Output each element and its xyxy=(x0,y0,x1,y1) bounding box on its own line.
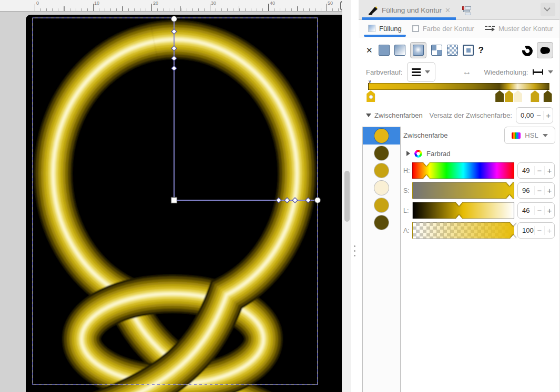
expander-open-icon[interactable] xyxy=(366,114,371,117)
tab-fill[interactable]: Füllung xyxy=(363,20,407,37)
lightness-spinbox[interactable]: 46 − + xyxy=(517,202,555,219)
lightness-slider[interactable] xyxy=(412,202,514,219)
gradient-stop-marker[interactable] xyxy=(544,90,552,102)
dialog-menu-button[interactable] xyxy=(541,3,555,16)
fill-rule-nonzero-button-selected[interactable] xyxy=(537,42,553,58)
hue-spinbox[interactable]: 49 − + xyxy=(517,162,555,179)
gradient-preview-bar[interactable] xyxy=(368,83,549,90)
inkscape-window: 0 10 20 30 40 50 1 Füllung und Kontur xyxy=(0,0,560,392)
saturation-decrement-button[interactable]: − xyxy=(534,186,544,195)
fill-gradient-icon xyxy=(368,25,375,32)
flat-color-button[interactable] xyxy=(379,45,390,56)
stop-list-item[interactable] xyxy=(363,145,400,162)
repeat-none-icon[interactable] xyxy=(533,69,542,75)
close-icon[interactable]: ✕ xyxy=(445,6,451,14)
hue-slider-row: H: 49 − + xyxy=(403,162,555,179)
fill-rule-evenodd-icon[interactable] xyxy=(521,44,534,57)
alpha-label: A: xyxy=(403,227,412,234)
selected-stop-pointer: ∨ xyxy=(368,79,372,84)
stop-list-item[interactable] xyxy=(363,179,400,197)
tab-objects[interactable] xyxy=(456,4,477,17)
panel-splitter[interactable] xyxy=(351,0,359,392)
gradient-select-button[interactable] xyxy=(407,62,435,82)
colorspace-dropdown[interactable]: HSL xyxy=(504,127,555,144)
alpha-decrement-button[interactable]: − xyxy=(534,226,544,235)
fill-rule-nonzero-icon xyxy=(539,45,551,56)
colorspace-value: HSL xyxy=(525,131,538,139)
pattern-button[interactable] xyxy=(431,45,442,56)
stop-list-item[interactable] xyxy=(363,214,400,231)
canvas-vertical-scrollbar[interactable] xyxy=(342,0,351,392)
gradient-stop-marker[interactable] xyxy=(514,90,522,102)
stroke-style-icon xyxy=(485,25,495,32)
lightness-slider-row: L: 46 − + xyxy=(403,202,555,219)
fill-rule-group xyxy=(521,42,553,58)
hue-slider[interactable] xyxy=(412,162,514,179)
gradient-radius-handle-top[interactable] xyxy=(171,16,177,22)
saturation-increment-button[interactable]: + xyxy=(544,186,554,195)
ruler-number: 20 xyxy=(153,1,158,6)
offset-increment-button[interactable]: + xyxy=(543,111,553,120)
unknown-paint-button[interactable] xyxy=(463,45,474,56)
stroke-paint-icon xyxy=(412,25,419,32)
tab-stroke-style[interactable]: Muster der Kontur xyxy=(480,20,558,37)
repeat-dropdown-arrow-icon[interactable] xyxy=(548,70,553,74)
offset-spinbox[interactable]: 0,00 − + xyxy=(516,107,553,123)
canvas-area[interactable]: 0 10 20 30 40 50 1 xyxy=(0,0,342,392)
stops-expander-label[interactable]: Zwischenfarben xyxy=(374,111,423,119)
saturation-value[interactable]: 96 xyxy=(518,187,534,194)
gradient-radius-handle-right[interactable] xyxy=(315,198,321,203)
linear-gradient-button[interactable] xyxy=(394,45,405,56)
offset-decrement-button[interactable]: − xyxy=(534,111,543,120)
tab-fill-and-stroke[interactable]: Füllung und Kontur ✕ xyxy=(362,0,456,20)
stop-list-item-selected[interactable] xyxy=(363,127,400,145)
gradient-stop-marker[interactable] xyxy=(505,90,513,102)
offset-value[interactable]: 0,00 xyxy=(516,111,534,119)
alpha-value[interactable]: 100 xyxy=(518,226,534,234)
hue-value[interactable]: 49 xyxy=(518,167,534,174)
hue-decrement-button[interactable]: − xyxy=(534,166,544,175)
paint-type-row: ✕ ? xyxy=(359,37,559,60)
alpha-increment-button-disabled: + xyxy=(544,226,554,235)
radial-gradient-icon xyxy=(413,45,424,56)
no-paint-button[interactable]: ✕ xyxy=(366,46,373,55)
stop-color-swatch xyxy=(374,163,389,178)
paint-tabs: Füllung Farbe der Kontur Muster der Kont… xyxy=(359,20,559,37)
lightness-decrement-button[interactable]: − xyxy=(534,206,544,215)
gradient-stop-list[interactable] xyxy=(362,127,401,392)
dialog-title: Füllung und Kontur xyxy=(382,6,442,14)
stop-color-swatch xyxy=(374,215,389,230)
stop-list-item[interactable] xyxy=(363,162,400,179)
swatch-button[interactable] xyxy=(447,45,458,56)
drawing-canvas[interactable] xyxy=(0,12,342,392)
saturation-spinbox[interactable]: 96 − + xyxy=(517,182,555,199)
saturation-slider[interactable] xyxy=(412,182,514,199)
gradient-center-handle[interactable] xyxy=(171,198,177,203)
hue-increment-button[interactable]: + xyxy=(544,166,554,175)
dropdown-arrow-icon xyxy=(425,70,430,74)
expander-closed-icon[interactable] xyxy=(406,151,410,156)
scrollbar-thumb[interactable] xyxy=(344,171,350,222)
gradient-stop-marker[interactable] xyxy=(495,90,504,102)
reverse-gradient-icon[interactable]: ↔ xyxy=(463,67,472,77)
alpha-spinbox[interactable]: 100 − + xyxy=(517,222,555,239)
lightness-increment-button[interactable]: + xyxy=(544,206,554,215)
colorspace-icon xyxy=(512,132,521,139)
stop-color-swatch xyxy=(374,129,389,143)
saturation-label: S: xyxy=(403,187,412,194)
stop-list-item[interactable] xyxy=(363,197,400,214)
gradient-stop-marker[interactable] xyxy=(531,90,539,102)
radial-gradient-button-selected[interactable] xyxy=(410,42,426,58)
gradient-label: Farbverlauf: xyxy=(366,68,402,76)
ruler-number: 50 xyxy=(328,1,333,6)
lightness-value[interactable]: 46 xyxy=(518,207,534,214)
unknown-button[interactable]: ? xyxy=(478,45,484,56)
color-wheel-label[interactable]: Farbrad xyxy=(426,150,451,158)
gradient-list-icon xyxy=(412,67,421,78)
alpha-slider[interactable] xyxy=(412,222,514,239)
tab-stroke-paint[interactable]: Farbe der Kontur xyxy=(407,20,480,37)
gradient-stop-marker[interactable] xyxy=(366,90,375,102)
color-wheel-icon xyxy=(414,150,422,158)
colorspace-arrow-icon xyxy=(543,134,548,137)
stops-section-header: Zwischenfarben Versatz der Zwischenfarbe… xyxy=(359,104,559,123)
